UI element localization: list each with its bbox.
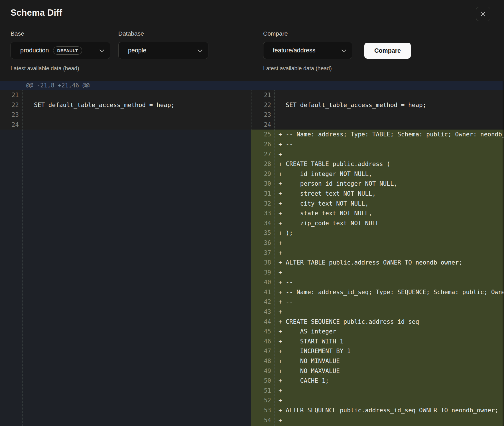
- diff-row: 36+: [251, 238, 504, 248]
- line-number: 51: [251, 386, 274, 396]
- diff-row: 22 SET default_table_access_method = hea…: [251, 100, 504, 110]
- line-number: 22: [0, 100, 23, 110]
- diff-row: 32+ city text NOT NULL,: [251, 199, 504, 209]
- base-branch-value: production: [20, 47, 49, 54]
- diff-row: 33+ state text NOT NULL,: [251, 208, 504, 218]
- hunk-header: @@ -21,8 +21,46 @@: [0, 81, 504, 90]
- code-line: + person_id integer NOT NULL,: [274, 179, 504, 189]
- code-line: +: [274, 238, 504, 248]
- line-number: 25: [251, 130, 274, 140]
- compare-label: Compare: [263, 30, 288, 37]
- code-line: +: [274, 415, 504, 425]
- diff-row: 42+ --: [251, 297, 504, 307]
- code-line: + );: [274, 228, 504, 238]
- diff-row: 54+: [251, 415, 504, 425]
- page-title: Schema Diff: [11, 8, 62, 18]
- code-line: + -- Name: address; Type: TABLE; Schema:…: [274, 130, 504, 140]
- pane-divider: [251, 90, 251, 130]
- code-line: + street text NOT NULL,: [274, 189, 504, 199]
- line-number: 36: [251, 238, 274, 248]
- line-number: 35: [251, 228, 274, 238]
- line-number: 41: [251, 287, 274, 297]
- diff-row: 41+ -- Name: address_id_seq; Type: SEQUE…: [251, 287, 504, 297]
- diff-row: 37+: [251, 248, 504, 258]
- diff-row: 21: [251, 90, 504, 100]
- line-number: 49: [251, 366, 274, 376]
- diff-row: 35+ );: [251, 228, 504, 238]
- diff-row: 25+ -- Name: address; Type: TABLE; Schem…: [251, 130, 504, 140]
- code-line: --: [23, 120, 251, 130]
- diff-row: 29+ id integer NOT NULL,: [251, 169, 504, 179]
- line-number: 28: [251, 159, 274, 169]
- diff-row: 23: [251, 110, 504, 120]
- code-line: + zip_code text NOT NULL: [274, 218, 504, 228]
- diff-row: 39+: [251, 268, 504, 278]
- code-line: + ALTER TABLE public.address OWNER TO ne…: [274, 258, 504, 268]
- code-line: SET default_table_access_method = heap;: [23, 100, 251, 110]
- line-number: 48: [251, 356, 274, 366]
- code-line: + --: [274, 277, 504, 287]
- base-caption: Latest available data (head): [11, 65, 79, 72]
- diff-pane-compare: 21 22 SET default_table_access_method = …: [251, 90, 504, 426]
- close-button[interactable]: [476, 7, 490, 21]
- diff-panes: 21 22 SET default_table_access_method = …: [0, 90, 504, 426]
- code-line: + INCREMENT BY 1: [274, 346, 504, 356]
- code-line: + CREATE SEQUENCE public.address_id_seq: [274, 317, 504, 327]
- code-line: + ALTER SEQUENCE public.address_id_seq O…: [274, 405, 504, 415]
- code-line: + -- Name: address_id_seq; Type: SEQUENC…: [274, 287, 504, 297]
- diff-row: 38+ ALTER TABLE public.address OWNER TO …: [251, 258, 504, 268]
- line-number: 47: [251, 346, 274, 356]
- line-number: 27: [251, 149, 274, 159]
- gutter-divider: [274, 90, 275, 426]
- diff-row: 31+ street text NOT NULL,: [251, 189, 504, 199]
- code-line: +: [274, 268, 504, 278]
- code-line: +: [274, 307, 504, 317]
- code-line: +: [274, 248, 504, 258]
- line-number: 52: [251, 396, 274, 405]
- code-line: +: [274, 386, 504, 396]
- code-line: + CACHE 1;: [274, 376, 504, 386]
- diff-row: 34+ zip_code text NOT NULL: [251, 218, 504, 228]
- base-branch-select[interactable]: production DEFAULT: [11, 42, 110, 59]
- line-number: 42: [251, 297, 274, 307]
- code-line: + --: [274, 140, 504, 149]
- code-line: + NO MAXVALUE: [274, 366, 504, 376]
- code-line: + --: [274, 297, 504, 307]
- database-select[interactable]: people: [118, 42, 208, 59]
- line-number: 37: [251, 248, 274, 258]
- diff-row: 21: [0, 90, 251, 100]
- line-number: 40: [251, 277, 274, 287]
- diff-row: 44+ CREATE SEQUENCE public.address_id_se…: [251, 317, 504, 327]
- code-line: + START WITH 1: [274, 337, 504, 347]
- database-label: Database: [118, 30, 144, 37]
- diff-row: 51+: [251, 386, 504, 396]
- diff-pane-right-rows: 21 22 SET default_table_access_method = …: [251, 90, 504, 425]
- code-line: + CREATE TABLE public.address (: [274, 159, 504, 169]
- diff-row: 45+ AS integer: [251, 327, 504, 337]
- line-number: 24: [251, 120, 274, 130]
- schema-diff-viewer: @@ -21,8 +21,46 @@ 21 22 SET default_tab…: [0, 81, 504, 426]
- code-line: + id integer NOT NULL,: [274, 169, 504, 179]
- diff-row: 43+: [251, 307, 504, 317]
- diff-row: 49+ NO MAXVALUE: [251, 366, 504, 376]
- line-number: 43: [251, 307, 274, 317]
- line-number: 29: [251, 169, 274, 179]
- base-label: Base: [11, 30, 24, 37]
- compare-branch-select[interactable]: feature/address: [263, 42, 352, 59]
- code-line: SET default_table_access_method = heap;: [274, 100, 504, 110]
- gutter-divider: [23, 90, 23, 426]
- compare-button[interactable]: Compare: [364, 43, 411, 59]
- diff-pane-left-rows: 21 22 SET default_table_access_method = …: [0, 90, 251, 130]
- line-number: 22: [251, 100, 274, 110]
- compare-caption: Latest available data (head): [263, 65, 332, 72]
- code-line: +: [274, 149, 504, 159]
- default-badge: DEFAULT: [53, 46, 82, 55]
- diff-row: 26+ --: [251, 140, 504, 149]
- line-number: 33: [251, 208, 274, 218]
- line-number: 21: [251, 90, 274, 100]
- diff-pane-base: 21 22 SET default_table_access_method = …: [0, 90, 251, 426]
- diff-row: 52+: [251, 396, 504, 405]
- line-number: 44: [251, 317, 274, 327]
- line-number: 54: [251, 415, 274, 425]
- diff-scrollbar[interactable]: [503, 81, 504, 426]
